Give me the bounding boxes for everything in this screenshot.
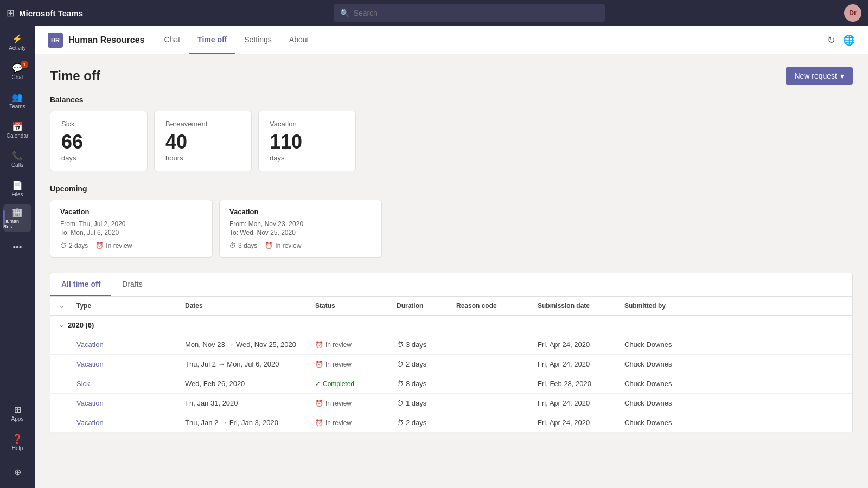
sidebar-item-activity[interactable]: ⚡ Activity [3,28,31,56]
row-4-submission: Fri, Apr 24, 2020 [538,419,624,427]
row-1-status: ⏰ In review [315,361,397,368]
tab-drafts[interactable]: Drafts [111,273,153,296]
table-row: Vacation Thu, Jan 2 → Fri, Jan 3, 2020 ⏰… [50,413,852,433]
row-3-submission: Fri, Apr 24, 2020 [538,399,624,407]
table-row: Vacation Thu, Jul 2 → Mon, Jul 6, 2020 ⏰… [50,355,852,374]
sidebar-item-chat[interactable]: 💬 Chat 1 [3,57,31,86]
sidebar-item-files[interactable]: 📄 Files [3,175,31,203]
chat-badge: 1 [21,61,28,68]
app-grid-icon[interactable]: ⊞ [7,7,15,19]
upcoming-card-1-days: ⏱ 3 days [229,242,257,249]
row-4-status: ⏰ In review [315,419,397,427]
table-header: ⌄ Type Dates Status Duration Reason code… [50,297,852,316]
clock-dur-icon-r2: ⏱ [397,380,404,388]
app-header: HR Human Resources Chat Time off Setting… [35,26,868,54]
clock-icon-r1: ⏰ [315,361,323,368]
row-0-submitted-by: Chuck Downes [624,341,844,349]
balance-card-sick: Sick 66 days [50,111,148,171]
refresh-icon[interactable]: ↻ [827,34,835,46]
balances-label: Balances [50,95,853,104]
clock-icon-r4: ⏰ [315,419,323,427]
search-input[interactable] [354,9,598,17]
tab-timeoff[interactable]: Time off [189,26,235,54]
sidebar-item-teams[interactable]: 👥 Teams [3,87,31,115]
balance-bereavement-unit: hours [165,154,240,162]
row-0-type[interactable]: Vacation [76,341,185,349]
row-3-type[interactable]: Vacation [76,399,185,407]
tab-about[interactable]: About [280,26,318,54]
row-0-status: ⏰ In review [315,341,397,349]
row-4-duration: ⏱ 2 days [397,419,456,427]
sidebar-item-add[interactable]: ⊕ [3,458,31,486]
group-2020[interactable]: ⌄ 2020 (6) [50,316,852,335]
balance-vacation-number: 110 [270,132,344,152]
balance-sick-title: Sick [61,120,136,128]
balance-card-bereavement: Bereavement 40 hours [154,111,252,171]
content-area: Time off New request ▾ Balances Sick 66 … [35,54,868,488]
chevron-down-icon: ▾ [840,72,844,80]
balance-vacation-title: Vacation [270,120,344,128]
sidebar-active-indicator [3,210,5,226]
col-dates: Dates [185,302,315,310]
row-2-submitted-by: Chuck Downes [624,380,844,388]
upcoming-card-1: Vacation From: Mon, Nov 23, 2020 To: Wed… [219,200,382,258]
clock-icon: ⏱ [60,242,67,249]
app-title: Microsoft Teams [19,9,83,18]
row-1-duration: ⏱ 2 days [397,360,456,368]
row-2-status: ✓ Completed [315,380,397,388]
table-section: All time off Drafts ⌄ Type Dates Status … [50,273,853,433]
check-icon-r2: ✓ [315,380,321,388]
sidebar-item-hr[interactable]: 🏢 Human Res... [3,204,31,232]
table-row: Vacation Fri, Jan 31, 2020 ⏰ In review ⏱… [50,394,852,413]
row-0-submission: Fri, Apr 24, 2020 [538,341,624,349]
upcoming-card-0-status: ⏰ In review [95,242,132,249]
balance-card-vacation: Vacation 110 days [258,111,356,171]
upcoming-section: Upcoming Vacation From: Thu, Jul 2, 2020… [50,184,853,258]
tab-all-time-off[interactable]: All time off [50,273,111,296]
upcoming-card-1-status: ⏰ In review [265,242,301,249]
balance-sick-unit: days [61,154,136,162]
upcoming-card-0: Vacation From: Thu, Jul 2, 2020 To: Mon,… [50,200,213,258]
row-2-dates: Wed, Feb 26, 2020 [185,380,315,388]
search-icon: 🔍 [340,9,349,17]
upcoming-card-0-from: From: Thu, Jul 2, 2020 [60,220,202,228]
globe-icon[interactable]: 🌐 [843,34,855,46]
row-2-type[interactable]: Sick [76,380,185,388]
group-label: 2020 (6) [68,321,94,329]
row-4-submitted-by: Chuck Downes [624,419,844,427]
sidebar-item-apps[interactable]: ⊞ Apps [3,399,31,427]
sidebar-item-help[interactable]: ❓ Help [3,428,31,457]
col-check: ⌄ [59,302,76,310]
review-icon-2: ⏰ [265,242,273,249]
upcoming-label: Upcoming [50,184,853,193]
row-2-duration: ⏱ 8 days [397,380,456,388]
tab-chat[interactable]: Chat [156,26,189,54]
col-submission: Submission date [538,302,624,310]
new-request-button[interactable]: New request ▾ [786,67,853,85]
table-row: Vacation Mon, Nov 23 → Wed, Nov 25, 2020… [50,335,852,355]
app-name: Human Resources [68,35,145,45]
col-status: Status [315,302,397,310]
tab-settings[interactable]: Settings [235,26,280,54]
app-tabs: Chat Time off Settings About [156,26,318,54]
row-0-duration: ⏱ 3 days [397,341,456,349]
clock-dur-icon-r3: ⏱ [397,399,404,407]
clock-icon-r0: ⏰ [315,341,323,349]
clock-dur-icon-r1: ⏱ [397,360,404,368]
sidebar-item-more[interactable]: ••• [3,233,31,261]
row-3-duration: ⏱ 1 days [397,399,456,407]
upcoming-card-1-title: Vacation [229,208,372,216]
row-3-status: ⏰ In review [315,400,397,407]
balance-sick-number: 66 [61,132,136,152]
avatar[interactable]: Dr [844,4,861,22]
upcoming-card-1-from: From: Mon, Nov 23, 2020 [229,220,372,228]
search-bar[interactable]: 🔍 [334,4,605,22]
sidebar-item-calendar[interactable]: 📅 Calendar [3,116,31,144]
row-3-submitted-by: Chuck Downes [624,399,844,407]
col-reason: Reason code [456,302,538,310]
upcoming-card-0-days: ⏱ 2 days [60,242,88,249]
balance-bereavement-number: 40 [165,132,240,152]
row-1-type[interactable]: Vacation [76,360,185,368]
sidebar-item-calls[interactable]: 📞 Calls [3,145,31,174]
row-4-type[interactable]: Vacation [76,419,185,427]
